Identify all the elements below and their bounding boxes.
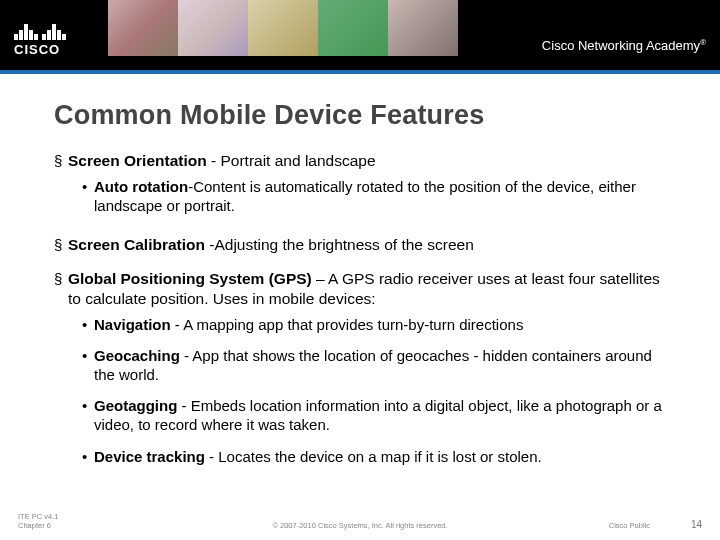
header-photo (248, 0, 318, 56)
cisco-logo: CISCO (14, 18, 67, 57)
bullet-bold: Geocaching (94, 347, 184, 364)
bullet-text: - Locates the device on a map if it is l… (205, 448, 542, 465)
bullet-bold: Screen Calibration (68, 236, 209, 253)
header-photo (108, 0, 178, 56)
cisco-logo-text: CISCO (14, 42, 67, 57)
bullet-level1: Global Positioning System (GPS) – A GPS … (54, 269, 666, 309)
bullet-bold: Auto rotation (94, 178, 188, 195)
bullet-bold: Navigation (94, 316, 171, 333)
academy-label: Cisco Networking Academy® (542, 38, 706, 53)
bullet-level1: Screen Orientation - Portrait and landsc… (54, 151, 666, 171)
slide-title: Common Mobile Device Features (54, 100, 666, 131)
slide: CISCO Cisco Networking Academy® Common M… (0, 0, 720, 540)
footer-course: ITE PC v4.1 (18, 512, 58, 521)
bullet-bold: Geotagging (94, 397, 177, 414)
bullet-bold: Global Positioning System (GPS) (68, 270, 316, 287)
cisco-logo-icon (14, 18, 67, 40)
bullet-level1: Screen Calibration -Adjusting the bright… (54, 235, 666, 255)
bullet-bold: Screen Orientation (68, 152, 211, 169)
header-bar: CISCO Cisco Networking Academy® (0, 0, 720, 70)
bullet-bold: Device tracking (94, 448, 205, 465)
bullet-level2: Device tracking - Locates the device on … (82, 447, 666, 466)
header-photo-strip (108, 0, 458, 56)
footer-right: Cisco Public (609, 521, 650, 530)
bullet-text: - A mapping app that provides turn-by-tu… (171, 316, 524, 333)
academy-text: Cisco Networking Academy (542, 38, 700, 53)
header-photo (318, 0, 388, 56)
header-photo (178, 0, 248, 56)
trademark-symbol: ® (700, 38, 706, 47)
header-divider (0, 70, 720, 74)
bullet-text: - Portrait and landscape (211, 152, 376, 169)
bullet-level2: Navigation - A mapping app that provides… (82, 315, 666, 334)
bullet-level2: Geocaching - App that shows the location… (82, 346, 666, 384)
content-area: Common Mobile Device Features Screen Ori… (54, 100, 666, 478)
bullet-text: -Adjusting the brightness of the screen (209, 236, 474, 253)
header-photo (388, 0, 458, 56)
bullet-level2: Auto rotation-Content is automatically r… (82, 177, 666, 215)
bullet-text: - Embeds location information into a dig… (94, 397, 662, 433)
page-number: 14 (691, 519, 702, 530)
bullet-level2: Geotagging - Embeds location information… (82, 396, 666, 434)
